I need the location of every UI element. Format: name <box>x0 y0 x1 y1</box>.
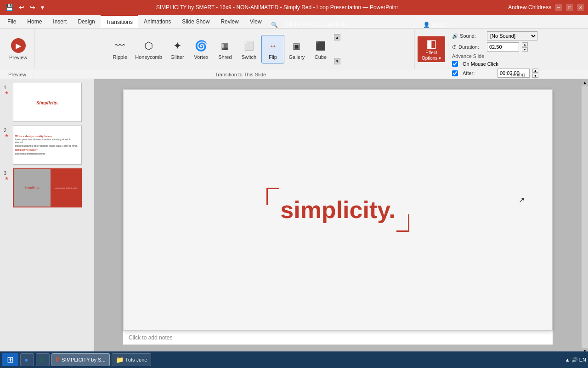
logo-text: simplicity. <box>280 196 395 224</box>
duration-input[interactable] <box>487 42 519 52</box>
slide-star-1: ★ <box>5 90 9 95</box>
tab-home[interactable]: Home <box>22 15 47 28</box>
scroll-up[interactable]: ▲ <box>582 79 588 86</box>
honeycomb-icon: ⬡ <box>141 39 156 53</box>
maximize-button[interactable]: □ <box>566 4 573 11</box>
preview-button[interactable]: ▶ Preview <box>6 34 31 64</box>
list-item[interactable]: 1 ★ Simplicity. <box>4 83 90 122</box>
right-scrollbar[interactable]: ▲ ▼ <box>582 79 588 354</box>
logo-bracket-left <box>266 188 279 205</box>
slide3-text: Lorem ipsum dolor sit amet <box>53 185 79 191</box>
simplicity-logo: simplicity. <box>280 196 395 224</box>
tab-design[interactable]: Design <box>72 15 100 28</box>
slide3-logo: Simplicity. <box>24 186 40 190</box>
glitter-icon: ✦ <box>170 39 185 53</box>
start-button[interactable]: ⊞ <box>2 353 18 366</box>
taskbar-app-chrome[interactable]: ● <box>20 353 34 366</box>
list-item[interactable]: 2 ★ Write a design quality lorem Lorem i… <box>4 126 90 165</box>
slide-canvas[interactable]: simplicity. ↗ <box>123 89 553 331</box>
taskbar-time: ▲ 🔊 EN <box>565 357 586 363</box>
search-input[interactable] <box>285 21 416 27</box>
excel-icon: X <box>40 356 44 363</box>
minimize-button[interactable]: ─ <box>555 4 562 11</box>
slide-star-3: ★ <box>5 176 9 181</box>
transition-switch[interactable]: ⬜ Switch <box>237 35 260 63</box>
effect-options-button[interactable]: ◧ EffectOptions ▾ <box>418 36 445 62</box>
slide-thumb-3[interactable]: Simplicity. Lorem ipsum dolor sit amet <box>13 168 82 207</box>
customize-btn[interactable]: ▾ <box>39 3 46 12</box>
list-item[interactable]: 3 ★ Simplicity. Lorem ipsum dolor sit am… <box>4 168 90 207</box>
folder-icon: 📁 <box>116 356 124 363</box>
close-button[interactable]: ✕ <box>577 4 584 11</box>
effect-options-group: ◧ EffectOptions ▾ <box>414 29 448 69</box>
undo-btn[interactable]: ↩ <box>17 3 26 12</box>
duration-label: ⏱ Duration: <box>452 44 484 50</box>
flip-icon: ↔ <box>266 39 280 53</box>
mouse-click-checkbox[interactable] <box>452 61 458 67</box>
slide-number-1: 1 <box>4 83 10 90</box>
powerpoint-label: SIMPLICITY by S... <box>62 357 105 362</box>
share-button[interactable]: 👤 Share <box>423 22 447 28</box>
transitions-group: 〰 Ripple ⬡ Honeycomb ✦ Glitter 🌀 Vortex … <box>35 29 414 69</box>
ribbon-tabs: File Home Insert Design Transitions Anim… <box>0 15 588 29</box>
transition-honeycomb[interactable]: ⬡ Honeycomb <box>132 35 165 63</box>
taskbar-app-excel[interactable]: X <box>36 353 50 366</box>
slide-number-2: 2 <box>4 126 10 133</box>
duration-row: ⏱ Duration: ▲ ▼ <box>452 42 582 52</box>
taskbar-app-powerpoint[interactable]: P SIMPLICITY by S... <box>51 353 110 366</box>
tab-view[interactable]: View <box>244 15 267 28</box>
taskbar-right: ▲ 🔊 EN <box>565 357 586 363</box>
transition-gallery[interactable]: ▣ Gallery <box>285 35 308 63</box>
window-title: SIMPLICITY by SMART - 16x9 - NON-ANIMATE… <box>46 4 508 11</box>
transition-ripple[interactable]: 〰 Ripple <box>108 35 131 63</box>
search-bar[interactable] <box>282 20 419 28</box>
duration-up[interactable]: ▲ <box>522 42 528 46</box>
slide2-footer: quis nostrud exercitation ullamco <box>15 153 45 155</box>
slide2-highlight: SIMPLICITY by SMART <box>15 149 38 152</box>
notes-placeholder: Click to add notes <box>129 334 172 341</box>
transition-cube[interactable]: ⬛ Cube <box>309 35 332 63</box>
slide-thumb-1[interactable]: Simplicity. <box>13 83 82 122</box>
tab-animations[interactable]: Animations <box>138 15 176 28</box>
ribbon-section-labels: Preview Transition to This Slide Timing <box>0 70 588 79</box>
ripple-icon: 〰 <box>113 39 127 53</box>
cube-icon: ⬛ <box>313 39 328 53</box>
canvas-area: simplicity. ↗ Click to add notes <box>94 79 582 354</box>
preview-section-label: Preview <box>2 72 33 77</box>
taskbar-app-folder[interactable]: 📁 Tuts June <box>112 353 152 366</box>
main-area: 1 ★ Simplicity. 2 ★ Write a design quali… <box>0 79 588 354</box>
mouse-click-label: On Mouse Click <box>463 61 498 67</box>
tab-insert[interactable]: Insert <box>47 15 72 28</box>
redo-btn[interactable]: ↪ <box>28 3 37 12</box>
tab-slideshow[interactable]: Slide Show <box>176 15 215 28</box>
vortex-icon: 🌀 <box>194 39 209 53</box>
slide2-text: Lorem ipsum dolor sit amet consectetur a… <box>15 138 79 144</box>
switch-icon: ⬜ <box>242 39 256 53</box>
chrome-icon: ● <box>24 356 28 363</box>
transition-glitter[interactable]: ✦ Glitter <box>166 35 189 63</box>
tab-review[interactable]: Review <box>215 15 244 28</box>
sound-label: 🔊 Sound: <box>452 33 484 39</box>
notes-area[interactable]: Click to add notes <box>123 331 553 345</box>
slide-number-3: 3 <box>4 168 10 176</box>
tab-file[interactable]: File <box>2 15 22 28</box>
advance-slide-label: Advance Slide <box>452 53 484 59</box>
transition-shred[interactable]: ▦ Shred <box>214 35 237 63</box>
slide3-right: Lorem ipsum dolor sit amet <box>51 169 81 207</box>
save-btn[interactable]: 💾 <box>4 3 15 12</box>
duration-down[interactable]: ▼ <box>522 47 528 52</box>
taskbar: ⊞ ● X P SIMPLICITY by S... 📁 Tuts June ▲… <box>0 351 588 368</box>
shred-icon: ▦ <box>218 39 232 53</box>
preview-group: ▶ Preview <box>2 29 35 69</box>
title-bar: 💾 ↩ ↪ ▾ SIMPLICITY by SMART - 16x9 - NON… <box>0 0 588 15</box>
slide1-logo: Simplicity. <box>36 100 58 105</box>
sound-select[interactable]: [No Sound] <box>487 31 537 40</box>
tab-transitions[interactable]: Transitions <box>101 15 138 28</box>
transition-vortex[interactable]: 🌀 Vortex <box>190 35 213 63</box>
transition-flip[interactable]: ↔ Flip <box>261 35 284 63</box>
transitions-scrollbar[interactable]: ▲ ▼ <box>334 34 340 64</box>
slide-thumb-2[interactable]: Write a design quality lorem Lorem ipsum… <box>13 126 82 165</box>
slide2-title: Write a design quality lorem <box>15 135 52 138</box>
transition-section-label: Transition to This Slide <box>33 72 448 77</box>
quick-access-toolbar[interactable]: 💾 ↩ ↪ ▾ <box>4 3 46 12</box>
